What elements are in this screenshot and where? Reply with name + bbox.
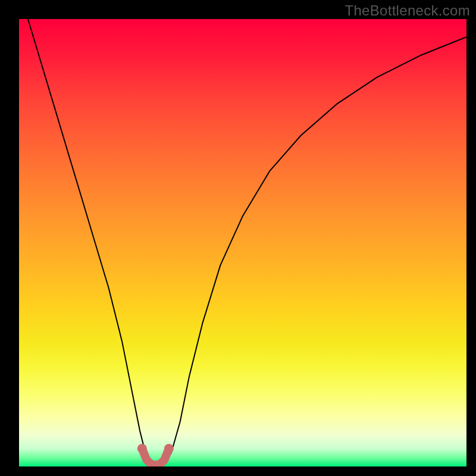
- bottleneck-curve: [28, 19, 466, 466]
- chart-container: TheBottleneck.com: [0, 0, 476, 476]
- chart-svg: [19, 19, 466, 466]
- valley-floor-dot: [164, 444, 174, 453]
- valley-floor-dot: [137, 444, 147, 453]
- watermark-text: TheBottleneck.com: [345, 2, 470, 19]
- series-group: [28, 19, 466, 466]
- plot-area: [19, 19, 466, 466]
